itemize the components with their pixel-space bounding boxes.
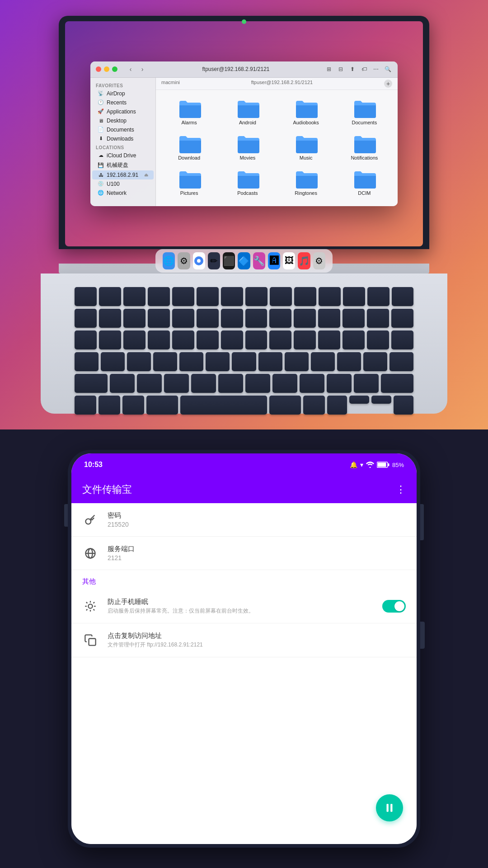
more-icon[interactable]: ⋯: [371, 65, 380, 74]
key-d[interactable]: [153, 352, 177, 371]
dock-vscode-icon[interactable]: 🔷: [238, 252, 250, 269]
key-a[interactable]: [101, 352, 125, 371]
key-f[interactable]: [179, 352, 203, 371]
key-shift-left[interactable]: [75, 374, 108, 393]
dock-music-icon[interactable]: 🎵: [298, 252, 310, 269]
setting-row-password[interactable]: 密码 215520: [71, 503, 417, 537]
key-f10[interactable]: [319, 287, 341, 306]
key-c[interactable]: [164, 374, 189, 393]
key-backspace[interactable]: [391, 309, 413, 328]
key-o[interactable]: [294, 330, 316, 349]
key-7[interactable]: [245, 309, 267, 328]
key-minus[interactable]: [343, 309, 365, 328]
sidebar-item-recents[interactable]: 🕐 Recents: [92, 98, 154, 107]
folder-alarms[interactable]: Alarms: [161, 95, 217, 128]
key-option-left[interactable]: [122, 396, 144, 415]
dock-photos-icon[interactable]: 🖼: [283, 252, 295, 269]
key-cmd-left[interactable]: [146, 396, 178, 415]
key-e[interactable]: [148, 330, 170, 349]
finder-back-button[interactable]: ‹: [126, 64, 136, 74]
key-ctrl[interactable]: [99, 396, 120, 415]
dock-appstore-icon[interactable]: 🅰: [268, 252, 280, 269]
dock-scripts-icon[interactable]: ✏: [208, 252, 220, 269]
key-8[interactable]: [269, 309, 291, 328]
key-0[interactable]: [318, 309, 340, 328]
sidebar-item-harddisk[interactable]: 💾 机械硬盘: [92, 160, 154, 170]
setting-row-port[interactable]: 服务端口 2121: [71, 537, 417, 570]
key-4[interactable]: [172, 309, 194, 328]
dock-settings2-icon[interactable]: ⚙: [313, 252, 325, 269]
key-esc[interactable]: [75, 287, 97, 306]
key-f12[interactable]: [367, 287, 389, 306]
key-n[interactable]: [245, 374, 270, 393]
key-z[interactable]: [110, 374, 135, 393]
folder-documents[interactable]: Documents: [337, 95, 392, 128]
folder-pictures[interactable]: Pictures: [161, 166, 217, 198]
key-arrow-right[interactable]: [394, 396, 413, 415]
sidebar-item-airdrop[interactable]: 📡 AirDrop: [92, 89, 154, 98]
key-power[interactable]: [392, 287, 413, 306]
key-f1[interactable]: [99, 287, 121, 306]
dock-finder-icon[interactable]: 🌐: [163, 252, 175, 269]
key-w[interactable]: [123, 330, 145, 349]
folder-audiobooks[interactable]: Audiobooks: [278, 95, 334, 128]
key-f7[interactable]: [245, 287, 267, 306]
key-p[interactable]: [318, 330, 340, 349]
sidebar-item-u100[interactable]: 💿 U100: [92, 179, 154, 189]
key-x[interactable]: [137, 374, 162, 393]
key-3[interactable]: [148, 309, 170, 328]
phone-power-button[interactable]: [420, 504, 424, 540]
dock-terminal-icon[interactable]: ⬛: [223, 252, 235, 269]
sidebar-item-downloads[interactable]: ⬇ Downloads: [92, 134, 154, 143]
finder-forward-button[interactable]: ›: [137, 64, 147, 74]
key-1[interactable]: [99, 309, 121, 328]
key-v[interactable]: [191, 374, 216, 393]
header-menu-button[interactable]: ⋮: [396, 484, 406, 495]
key-shift-right[interactable]: [381, 374, 414, 393]
key-k[interactable]: [285, 352, 309, 371]
traffic-light-minimize[interactable]: [104, 66, 109, 72]
key-f5[interactable]: [197, 287, 219, 306]
key-comma[interactable]: [300, 374, 324, 393]
key-m[interactable]: [272, 374, 297, 393]
sidebar-item-network[interactable]: 🌐 Network: [92, 189, 154, 198]
key-f2[interactable]: [123, 287, 145, 306]
key-9[interactable]: [294, 309, 316, 328]
eject-icon[interactable]: ⏏: [144, 172, 148, 177]
folder-download[interactable]: Download: [161, 131, 217, 163]
key-y[interactable]: [221, 330, 243, 349]
key-i[interactable]: [269, 330, 291, 349]
key-equals[interactable]: [367, 309, 389, 328]
key-option-right[interactable]: [303, 396, 325, 415]
key-f11[interactable]: [343, 287, 365, 306]
sidebar-item-network-drive[interactable]: 🖧 192.168.2.91 ⏏: [92, 170, 154, 179]
folder-music[interactable]: Music: [278, 131, 334, 163]
key-r[interactable]: [172, 330, 194, 349]
key-u[interactable]: [245, 330, 267, 349]
key-fn[interactable]: [75, 396, 96, 415]
view-list-icon[interactable]: ⊞: [324, 65, 333, 74]
key-bracket-left[interactable]: [343, 330, 365, 349]
dock-tool-icon[interactable]: 🔧: [253, 252, 265, 269]
key-cmd-right[interactable]: [269, 396, 301, 415]
sidebar-item-desktop[interactable]: 🖥 Desktop: [92, 116, 154, 125]
sidebar-item-icloud[interactable]: ☁ iCloud Drive: [92, 151, 154, 160]
key-s[interactable]: [127, 352, 151, 371]
fab-pause-button[interactable]: [376, 794, 403, 821]
key-spacebar[interactable]: [180, 396, 267, 415]
key-l[interactable]: [311, 352, 335, 371]
key-q[interactable]: [99, 330, 121, 349]
folder-podcasts[interactable]: Podcasts: [220, 166, 275, 198]
folder-android[interactable]: Android: [220, 95, 275, 128]
key-f6[interactable]: [221, 287, 243, 306]
key-enter[interactable]: [389, 352, 413, 371]
key-g[interactable]: [206, 352, 230, 371]
finder-add-button[interactable]: +: [384, 80, 392, 88]
setting-row-copy-address[interactable]: 点击复制访问地址 文件管理中打开 ftp://192.168.2.91:2121: [71, 623, 417, 657]
key-2[interactable]: [123, 309, 145, 328]
phone-volume-button[interactable]: [64, 504, 68, 527]
folder-dcim[interactable]: DCIM: [337, 166, 392, 198]
traffic-light-maximize[interactable]: [112, 66, 117, 72]
key-tab[interactable]: [75, 330, 97, 349]
key-quote[interactable]: [363, 352, 387, 371]
